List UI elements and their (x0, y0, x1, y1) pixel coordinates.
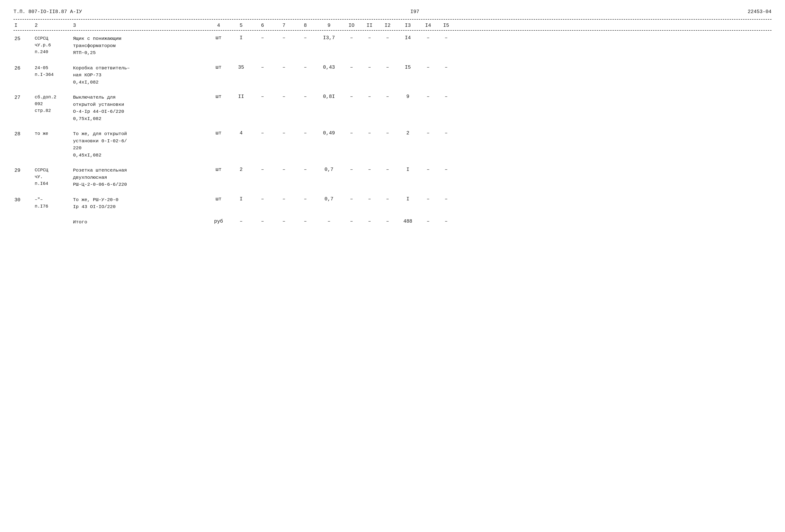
header-right: 22453-04 (748, 9, 771, 15)
cell-description: Коробка ответвитель–ная КОР-730,4хI,082 (72, 64, 207, 86)
col-header-4: 4 (207, 23, 230, 28)
cell-num: 29 (14, 167, 34, 174)
cell-col-11: – (360, 94, 379, 100)
table-row: 29ССРСЦчУ.п.I64Розетка штепсельнаядвухпо… (14, 167, 771, 188)
cell-col-11: – (360, 167, 379, 172)
table-row: 28то жеТо же, для открытойустановки 0-I-… (14, 130, 771, 159)
cell-ref: –"–п.I76 (34, 196, 72, 210)
cell-col-6: – (252, 219, 273, 224)
cell-col-8: – (295, 196, 315, 202)
cell-col-10: – (343, 94, 360, 100)
col-header-11: II (360, 23, 379, 28)
cell-col-9: 0,7 (315, 167, 343, 172)
cell-col-9: – (315, 219, 343, 224)
cell-col-12: – (379, 94, 397, 100)
cell-col-5: – (230, 219, 252, 224)
cell-col-10: – (343, 219, 360, 224)
cell-col-6: – (252, 64, 273, 70)
cell-description: Выключатель дляоткрытой установкиО-4-Iр … (72, 94, 207, 122)
col-header-9: 9 (315, 23, 343, 28)
cell-col-4: шт (207, 130, 230, 136)
col-header-3: 3 (72, 23, 207, 28)
cell-col-12: – (379, 167, 397, 172)
cell-col-14: – (419, 35, 437, 41)
cell-col-11: – (360, 196, 379, 202)
cell-col-5: II (230, 94, 252, 100)
col-header-6: 6 (252, 23, 273, 28)
col-header-1: I (14, 23, 34, 28)
cell-num: 27 (14, 94, 34, 101)
cell-col-13: I4 (397, 35, 419, 41)
cell-col-12: – (379, 219, 397, 224)
cell-col-11: – (360, 219, 379, 224)
cell-col-13: 2 (397, 130, 419, 136)
col-header-8: 8 (295, 23, 315, 28)
cell-col-14: – (419, 167, 437, 172)
cell-col-10: – (343, 130, 360, 136)
cell-ref: ССРСЦчУ.п.I64 (34, 167, 72, 187)
cell-col-15: – (437, 167, 455, 172)
cell-col-12: – (379, 130, 397, 136)
cell-col-6: – (252, 130, 273, 136)
cell-num: 26 (14, 64, 34, 72)
cell-description: Розетка штепсельнаядвухполюснаяРШ-Ц-2-0-… (72, 167, 207, 188)
cell-col-5: 2 (230, 167, 252, 172)
cell-col-5: 35 (230, 64, 252, 70)
cell-col-4: шт (207, 196, 230, 202)
cell-num: 28 (14, 130, 34, 138)
cell-col-15: – (437, 35, 455, 41)
header-left: Т.П. 807-IO-II8.87 А-IУ (14, 9, 82, 15)
cell-col-11: – (360, 130, 379, 136)
col-header-13: I3 (397, 23, 419, 28)
cell-col-4: шт (207, 167, 230, 172)
col-header-10: IO (343, 23, 360, 28)
cell-description: То же, для открытойустановки 0-I-02-6/ 2… (72, 130, 207, 159)
table-row: 27сб.доп.2 092стр.82Выключатель дляоткры… (14, 94, 771, 122)
col-header-15: I5 (437, 23, 455, 28)
cell-col-12: – (379, 196, 397, 202)
cell-col-7: – (273, 64, 295, 70)
cell-ref: ССРСЦчУ.р.6п.240 (34, 35, 72, 55)
cell-col-7: – (273, 196, 295, 202)
cell-col-10: – (343, 196, 360, 202)
cell-col-6: – (252, 94, 273, 100)
cell-ref: сб.доп.2 092стр.82 (34, 94, 72, 114)
cell-num: 25 (14, 35, 34, 43)
cell-col-8: – (295, 94, 315, 100)
header-center: I97 (410, 9, 419, 15)
cell-col-8: – (295, 219, 315, 224)
cell-col-8: – (295, 35, 315, 41)
cell-col-15: – (437, 64, 455, 70)
col-header-7: 7 (273, 23, 295, 28)
cell-col-5: I (230, 35, 252, 41)
cell-col-6: – (252, 167, 273, 172)
cell-col-9: 0,43 (315, 64, 343, 70)
header-row: Т.П. 807-IO-II8.87 А-IУ I97 22453-04 (14, 9, 771, 17)
cell-col-6: – (252, 196, 273, 202)
col-header-14: I4 (419, 23, 437, 28)
cell-col-9: 0,7 (315, 196, 343, 202)
cell-col-8: – (295, 64, 315, 70)
cell-col-13: I5 (397, 64, 419, 70)
cell-col-9: 0,49 (315, 130, 343, 136)
col-header-12: I2 (379, 23, 397, 28)
col-header-5: 5 (230, 23, 252, 28)
cell-col-12: – (379, 64, 397, 70)
cell-col-4: шт (207, 35, 230, 41)
cell-col-10: – (343, 35, 360, 41)
cell-col-9: I3,7 (315, 35, 343, 41)
cell-col-12: – (379, 35, 397, 41)
cell-col-13: I (397, 167, 419, 172)
cell-col-7: – (273, 130, 295, 136)
table-row: Итогоруб––––––––488–– (14, 219, 771, 232)
cell-col-14: – (419, 219, 437, 224)
cell-col-8: – (295, 167, 315, 172)
cell-col-11: – (360, 35, 379, 41)
cell-col-13: 9 (397, 94, 419, 100)
cell-description: То же, РШ-У-20-0Iр 43 ОI-IO/220 (72, 196, 207, 211)
cell-col-7: – (273, 219, 295, 224)
cell-col-15: – (437, 219, 455, 224)
top-divider (14, 19, 771, 20)
cell-col-5: I (230, 196, 252, 202)
cell-col-10: – (343, 64, 360, 70)
